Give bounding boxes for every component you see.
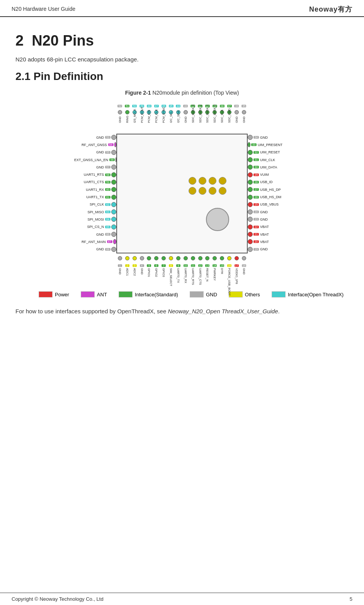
solder-dot bbox=[209, 187, 216, 195]
left-pin-connector bbox=[111, 247, 116, 252]
pin-diagram: GNDRINGI2S_MCLKPCM_DOUTPCM_DINPCM_CLKPCM… bbox=[82, 103, 282, 280]
bottom-pin-label-cell: VDDIO_1P8 bbox=[233, 268, 240, 299]
bottom-pin-conn-cell bbox=[211, 253, 218, 263]
left-pin-connector bbox=[111, 165, 116, 170]
legend-open-box bbox=[272, 291, 286, 297]
left-pin-connector bbox=[113, 239, 116, 244]
right-pin-connector bbox=[248, 202, 253, 207]
top-pin-label: I2S_MCLK bbox=[131, 103, 138, 123]
bottom-pin-label-cell: UART0_TX bbox=[175, 268, 182, 299]
right-pin-label: UIM_RESET bbox=[260, 150, 280, 154]
right-pin-num: 22 bbox=[253, 226, 259, 228]
top-pin-label: PCM_DIN bbox=[146, 103, 153, 123]
top-pin-label: SDC_DATA_3 bbox=[189, 103, 197, 123]
top-pin-label: RING bbox=[124, 103, 131, 123]
bottom-pin-conn-cell bbox=[116, 253, 124, 263]
bottom-pin-num-cell: 14 bbox=[211, 263, 218, 268]
left-pin-label: SPI_MOSI bbox=[87, 218, 104, 221]
bottom-pin-conn-cell bbox=[197, 253, 204, 263]
left-pin-row: SPI_CS_N65 bbox=[82, 223, 116, 231]
pin-diagram-outer: GNDRINGI2S_MCLKPCM_DOUTPCM_DINPCM_CLKPCM… bbox=[15, 103, 349, 280]
bottom-pin-label-cell: ADC2 bbox=[131, 268, 138, 299]
right-pin-row: 29VUIM bbox=[248, 171, 282, 178]
solder-dot bbox=[189, 187, 196, 195]
legend-open-label: Interface(Open ThreadX) bbox=[288, 292, 344, 297]
right-pin-row: 25USB_VBUS bbox=[248, 201, 282, 208]
left-pin-label: GND bbox=[96, 165, 104, 169]
inner-circles bbox=[189, 177, 227, 195]
bottom-pin-num-cell: 11 bbox=[189, 263, 197, 268]
bottom-pin-num-cell: 1 bbox=[116, 263, 124, 268]
right-pin-connector bbox=[248, 217, 253, 222]
right-pin-num: 21 bbox=[253, 233, 259, 236]
right-pin-num: 32 bbox=[253, 151, 259, 154]
right-pin-row: 20VBAT bbox=[248, 238, 282, 245]
right-pin-connector bbox=[248, 247, 253, 252]
top-pin-label: SDC_CMD bbox=[226, 103, 233, 123]
top-pin-label: PCM_SYNC bbox=[160, 103, 167, 123]
right-pin-label: VBAT bbox=[260, 240, 269, 244]
right-pin-num: 28 bbox=[253, 181, 259, 184]
bottom-pin-conn-cell bbox=[167, 253, 175, 263]
left-pin-num: 54 bbox=[108, 143, 114, 146]
right-pin-label: USB_VBUS bbox=[260, 202, 279, 206]
left-pin-label: UART1_RTS bbox=[84, 173, 104, 177]
right-pin-num: 30 bbox=[253, 166, 259, 168]
left-pin-label: SPI_CLK bbox=[90, 202, 104, 206]
left-pin-label: RF_ANT_GNSS bbox=[82, 143, 107, 147]
left-pin-num: 67 bbox=[107, 240, 112, 243]
right-pin-label: GND bbox=[260, 218, 268, 221]
bottom-pin-conn-cell bbox=[182, 253, 189, 263]
solder-dot bbox=[219, 187, 226, 195]
bottom-pin-conn-cell bbox=[233, 253, 240, 263]
top-pin-label: GND bbox=[116, 103, 124, 123]
left-pin-label: SPI_CS_N bbox=[87, 225, 104, 229]
bottom-pin-label-cell: ADC1 bbox=[124, 268, 131, 299]
bottom-pin-num-cell: 5 bbox=[146, 263, 153, 268]
left-pin-num: 57 bbox=[105, 166, 111, 168]
left-pin-row: UART1_CTS59 bbox=[82, 178, 116, 186]
top-pin-label: SDC_DATA_1 bbox=[204, 103, 211, 123]
left-pin-row: GND57 bbox=[82, 163, 116, 171]
legend-interface-open: Interface(Open ThreadX) bbox=[272, 291, 344, 297]
legend-power-label: Power bbox=[55, 292, 69, 297]
left-pin-connector bbox=[111, 150, 116, 155]
right-pin-connector bbox=[248, 135, 253, 140]
bottom-text: For how to use interfaces supported by O… bbox=[15, 307, 349, 316]
left-pin-num: 53 bbox=[105, 136, 111, 139]
bottom-pin-num-cell: 17 bbox=[233, 263, 240, 268]
left-pin-row: UART1_RTS58 bbox=[82, 171, 116, 178]
left-pin-row: GND53 bbox=[82, 134, 116, 141]
right-pin-connector bbox=[248, 224, 253, 229]
top-pin-label: PCM_CLK bbox=[153, 103, 160, 123]
page-footer: Copyright © Neoway Technology Co., Ltd 5 bbox=[0, 593, 364, 605]
right-pin-num: 23 bbox=[253, 218, 259, 221]
bottom-pin-labels: GNDADC1ADC2GNDGPIO1GPIO2GPIO3SIM_SELECTU… bbox=[116, 268, 248, 299]
left-pin-row: SPI_MISO63 bbox=[82, 208, 116, 216]
right-pin-row: 31UIM_CLK bbox=[248, 156, 282, 163]
bottom-pin-label-cell: FORCE_USB_BOOT bbox=[226, 268, 233, 299]
right-pin-label: VUIM bbox=[260, 173, 269, 177]
right-pin-num: 29 bbox=[253, 173, 259, 176]
right-pin-row: 24GND bbox=[248, 208, 282, 216]
bottom-pin-num-cell: 18 bbox=[240, 263, 248, 268]
right-pin-row: 33UIM_PRESENT bbox=[248, 141, 282, 148]
legend-ant-label: ANT bbox=[97, 292, 107, 297]
bottom-pin-num-cell: 3 bbox=[131, 263, 138, 268]
right-pin-connector bbox=[248, 209, 253, 214]
bottom-pin-num-cell: 16 bbox=[226, 263, 233, 268]
top-labels-container: GNDRINGI2S_MCLKPCM_DOUTPCM_DINPCM_CLKPCM… bbox=[116, 103, 248, 123]
right-pin-row: 34GND bbox=[248, 134, 282, 141]
top-pin-label: SDC_DATA_0 bbox=[211, 103, 218, 123]
left-pin-label: SPI_MISO bbox=[87, 210, 104, 214]
bottom-pin-conn-cell bbox=[153, 253, 160, 263]
left-pin-num: 56 bbox=[109, 158, 115, 161]
bottom-pin-label-cell: GND bbox=[240, 268, 248, 299]
left-pins: GND53RF_ANT_GNSS54GND55EXT_GNSS_LNA_EN56… bbox=[82, 134, 116, 253]
right-pin-label: VBAT bbox=[260, 225, 269, 229]
bottom-pin-conn-cell bbox=[175, 253, 182, 263]
bottom-pin-conn-cell bbox=[189, 253, 197, 263]
right-pin-num: 34 bbox=[253, 136, 259, 139]
left-pin-row: SPI_MOSI64 bbox=[82, 216, 116, 223]
left-pin-connector bbox=[111, 135, 116, 140]
